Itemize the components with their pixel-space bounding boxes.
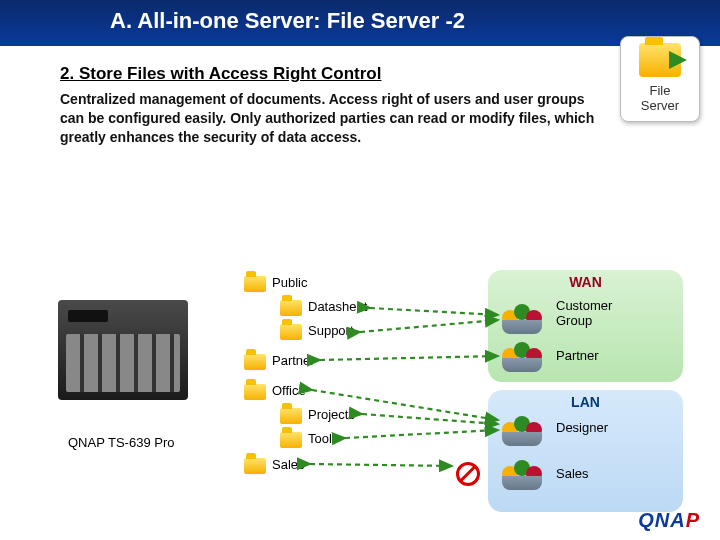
slide-title: A. All-in-one Server: File Server -2	[0, 0, 720, 46]
connection-arrows	[0, 260, 720, 520]
svg-line-4	[362, 414, 498, 424]
svg-line-3	[312, 390, 498, 420]
access-diagram: QNAP TS-639 Pro Public Datasheet Support…	[0, 260, 720, 520]
section-description: Centralized management of documents. Acc…	[60, 90, 600, 147]
svg-line-1	[360, 320, 498, 332]
svg-line-6	[310, 464, 452, 466]
svg-line-0	[370, 308, 498, 315]
brand-logo: QNAP	[638, 509, 700, 532]
arrow-icon	[669, 51, 687, 69]
section-heading: 2. Store Files with Access Right Control	[60, 64, 660, 84]
file-server-badge: FileServer	[620, 36, 700, 122]
folder-icon	[639, 43, 681, 77]
svg-line-5	[345, 430, 498, 438]
svg-line-2	[320, 356, 498, 360]
